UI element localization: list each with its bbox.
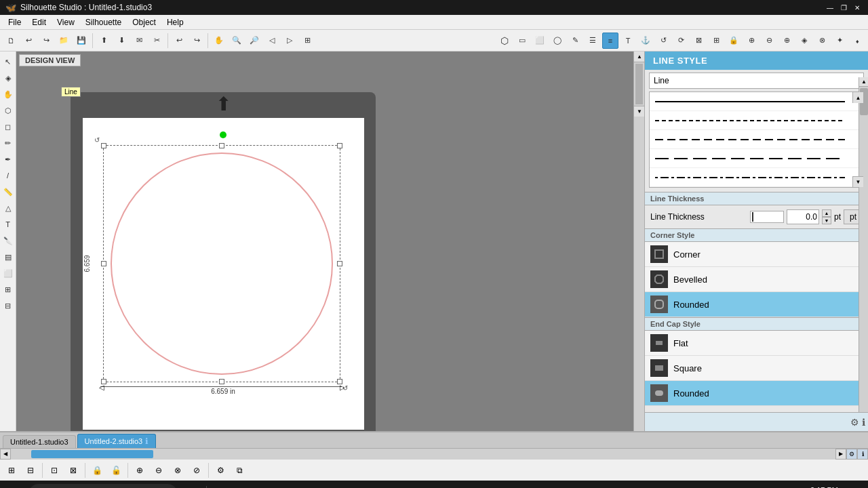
canvas-vscrollbar[interactable]: ▲ ▼ — [633, 52, 644, 431]
endcap-option-square[interactable]: Square — [645, 356, 868, 381]
tb-send[interactable]: ✉ — [131, 33, 147, 49]
corner-btn2[interactable]: ℹ — [857, 449, 868, 460]
tb-redo[interactable]: ↪ — [38, 33, 54, 49]
tb-rp5[interactable]: 🔒 — [726, 33, 742, 49]
action-select-all[interactable]: ⊞ — [3, 462, 20, 479]
menu-silhouette[interactable]: Silhouette — [80, 16, 127, 28]
action-replicate[interactable]: ⧉ — [231, 462, 248, 479]
lt-pencil[interactable]: ✏ — [1, 136, 16, 150]
corner-option-rounded[interactable]: Rounded — [645, 292, 868, 317]
tb-zoomin[interactable]: 🔍 — [229, 33, 245, 49]
action-lock[interactable]: 🔒 — [88, 462, 106, 479]
endcap-option-flat[interactable]: Flat — [645, 331, 868, 356]
taskbar-app-chrome[interactable]: 🌐 — [302, 482, 327, 488]
taskbar-app-word[interactable]: W — [328, 482, 349, 488]
tb-rp3[interactable]: ⊠ — [690, 33, 707, 49]
lt-measure[interactable]: 📏 — [1, 184, 16, 199]
lt-shape[interactable]: △ — [1, 201, 16, 216]
tb-save[interactable]: 💾 — [73, 33, 90, 49]
tab-untitled2[interactable]: Untitled-2.studio3 ℹ — [77, 434, 157, 448]
endcap-option-rounded[interactable]: Rounded — [645, 381, 868, 406]
action-exclude[interactable]: ⊘ — [188, 462, 205, 479]
tb-rp8[interactable]: ⊕ — [778, 33, 795, 49]
action-settings[interactable]: ⚙ — [212, 462, 229, 479]
lt-line[interactable]: / — [1, 168, 16, 183]
taskbar-app-4[interactable]: 📷 — [396, 482, 420, 488]
corner-option-corner[interactable]: Corner — [645, 242, 868, 267]
line-scroll-up[interactable]: ▲ — [852, 92, 863, 103]
thickness-slider[interactable] — [750, 211, 784, 223]
tb-redo2[interactable]: ↪ — [189, 33, 205, 49]
tb-import[interactable]: ⬆ — [96, 33, 112, 49]
canvas-area[interactable]: DESIGN VIEW ⬆ — [16, 52, 633, 431]
tb-export[interactable]: ⬇ — [113, 33, 130, 49]
tb-rp9[interactable]: ◈ — [796, 33, 812, 49]
line-selector[interactable]: Line — [649, 73, 864, 89]
tb-right-6[interactable]: ☰ — [585, 33, 601, 49]
menu-view[interactable]: View — [52, 16, 80, 28]
handle-mr[interactable] — [337, 261, 342, 266]
lt-pen[interactable]: ✒ — [1, 152, 16, 167]
action-unlock[interactable]: 🔓 — [107, 462, 125, 479]
handle-tr[interactable] — [337, 143, 342, 148]
lt-select[interactable]: ↖ — [1, 54, 16, 69]
line-solid[interactable] — [650, 92, 863, 111]
h-scroll-right[interactable]: ▶ — [835, 449, 846, 460]
taskbar-app-explorer[interactable]: 📁 — [254, 482, 278, 488]
menu-edit[interactable]: Edit — [26, 16, 52, 28]
line-dotdash[interactable] — [650, 168, 863, 187]
scroll-down-btn[interactable]: ▼ — [634, 106, 645, 117]
task-view-btn[interactable]: ⧉ — [179, 482, 203, 488]
panel-settings-icon[interactable]: ⚙ — [850, 417, 859, 428]
action-weld[interactable]: ⊕ — [131, 462, 149, 479]
lt-eraser[interactable]: ◻ — [1, 119, 16, 134]
tb-new[interactable]: 🗋 — [3, 33, 19, 49]
bottom-scrollbar[interactable]: ◀ ▶ ⚙ ℹ — [0, 448, 868, 459]
menu-object[interactable]: Object — [127, 16, 161, 28]
close-button[interactable]: ✕ — [852, 2, 863, 13]
tb-rp6[interactable]: ⊕ — [743, 33, 760, 49]
panel-scrollbar[interactable]: ▲ ▼ — [859, 77, 868, 431]
thickness-spinner[interactable]: ▲ ▼ — [822, 209, 831, 224]
scroll-thumb[interactable] — [635, 64, 643, 104]
tb-prev[interactable]: ◁ — [264, 33, 280, 49]
line-dashed1[interactable] — [650, 111, 863, 130]
page-white[interactable]: ↺ ↺ 6.659 ◁ ▷ 6.659 in — [83, 118, 364, 430]
line-dashed2[interactable] — [650, 130, 863, 149]
tab-untitled1[interactable]: Untitled-1.studio3 — [3, 435, 76, 448]
spinner-up[interactable]: ▲ — [822, 209, 831, 217]
handle-rot-tl[interactable]: ↺ — [94, 136, 101, 143]
handle-bm[interactable] — [219, 379, 224, 384]
action-subtract[interactable]: ⊖ — [150, 462, 167, 479]
lt-r2[interactable]: ⊟ — [1, 298, 16, 313]
action-group[interactable]: ⊡ — [45, 462, 63, 479]
tb-hand[interactable]: ✋ — [211, 33, 227, 49]
thickness-value-box[interactable]: 0.0 — [787, 209, 819, 224]
line-scroll-down[interactable]: ▼ — [852, 176, 863, 187]
menu-file[interactable]: File — [3, 16, 26, 28]
tb-undo-arr[interactable]: ↩ — [20, 33, 37, 49]
tb-grid[interactable]: ⊞ — [299, 33, 315, 49]
lt-magic[interactable]: ⬡ — [1, 103, 16, 118]
corner-btn1[interactable]: ⚙ — [846, 449, 857, 460]
tb-rp2[interactable]: ⟳ — [673, 33, 689, 49]
minimize-button[interactable]: — — [825, 2, 835, 13]
handle-tl[interactable] — [101, 143, 106, 148]
tb-cut[interactable]: ✂ — [149, 33, 165, 49]
tb-rp4[interactable]: ⊞ — [708, 33, 724, 49]
handle-tm[interactable] — [219, 143, 224, 148]
lt-zoom[interactable]: ⬜ — [1, 266, 16, 281]
panel-scroll-up-btn[interactable]: ▲ — [859, 77, 868, 87]
tb-right-3[interactable]: ⬜ — [532, 33, 548, 49]
maximize-button[interactable]: ❐ — [838, 2, 849, 13]
search-box[interactable]: ⊙ Ask me anything — [28, 484, 178, 488]
h-scroll-left[interactable]: ◀ — [0, 449, 11, 460]
lt-text[interactable]: T — [1, 217, 16, 232]
tb-anchor[interactable]: ⚓ — [637, 33, 654, 49]
menu-help[interactable]: Help — [161, 16, 189, 28]
taskbar-app-silhouette[interactable]: 🦋 — [210, 482, 234, 488]
start-button[interactable]: ⊞ — [3, 482, 27, 488]
taskbar-app-store[interactable]: 🛍 — [279, 482, 301, 488]
lt-fill[interactable]: ▤ — [1, 249, 16, 264]
action-ungroup[interactable]: ⊠ — [64, 462, 82, 479]
